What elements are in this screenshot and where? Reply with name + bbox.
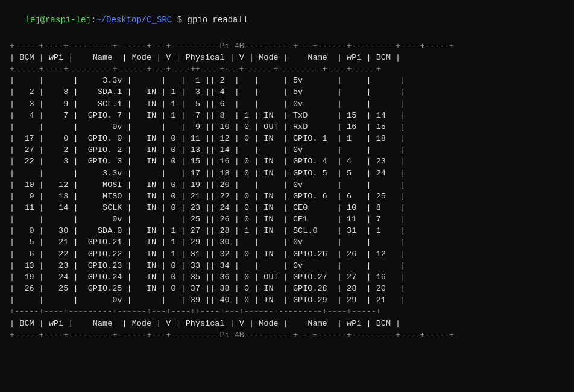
table-row: | 2 | 8 | SDA.1 | IN | 1 | 3 || 4 | | | … [5, 87, 405, 96]
footer-col-header: | BCM | wPi | Name | Mode | V | Physical… [5, 319, 400, 328]
header-separator: +-----+----+---------+------+---+----++-… [5, 65, 381, 74]
dollar: $ [172, 15, 182, 25]
table-row: | 3 | 9 | SCL.1 | IN | 1 | 5 || 6 | | | … [5, 100, 405, 109]
table-output: +-----+----+---------+------+---+-------… [0, 40, 574, 341]
table-row: | 4 | 7 | GPIO. 7 | IN | 1 | 7 || 8 | 1 … [5, 111, 405, 120]
path: ~/Desktop/C_SRC [96, 15, 172, 25]
bottom-separator: +-----+----+---------+------+---+----++-… [5, 307, 381, 316]
top-separator: +-----+----+---------+------+---+-------… [5, 42, 454, 51]
command: gpio readall [182, 15, 248, 25]
table-row: | | | 0v | | | 25 || 26 | 0 | IN | CE1 |… [5, 215, 405, 224]
prompt-separator: : [91, 15, 96, 25]
table-row: | 19 | 24 | GPIO.24 | IN | 0 | 35 || 36 … [5, 273, 405, 282]
table-row: | 9 | 13 | MISO | IN | 0 | 21 || 22 | 0 … [5, 192, 405, 201]
table-row: | 13 | 23 | GPIO.23 | IN | 0 | 33 || 34 … [5, 261, 405, 270]
bottom-pi-line: +-----+----+---------+------+---+-------… [5, 330, 454, 340]
col-header: | BCM | wPi | Name | Mode | V | Physical… [5, 53, 400, 62]
table-row: | 0 | 30 | SDA.0 | IN | 1 | 27 || 28 | 1… [5, 226, 405, 235]
table-row: | 5 | 21 | GPIO.21 | IN | 1 | 29 || 30 |… [5, 238, 405, 247]
table-row: | | | 3.3v | | | 1 || 2 | | | 5v | | | [5, 76, 405, 85]
table-row: | 22 | 3 | GPIO. 3 | IN | 0 | 15 || 16 |… [5, 157, 405, 166]
table-row: | 10 | 12 | MOSI | IN | 0 | 19 || 20 | |… [5, 180, 405, 189]
table-row: | | | 0v | | | 39 || 40 | 0 | IN | GPIO.… [5, 296, 405, 305]
table-row: | 6 | 22 | GPIO.22 | IN | 1 | 31 || 32 |… [5, 250, 405, 259]
prompt-line: lej@raspi-lej:~/Desktop/C_SRC $ gpio rea… [0, 0, 574, 40]
user-host: lej@raspi-lej [25, 15, 91, 25]
table-row: | 11 | 14 | SCLK | IN | 0 | 23 || 24 | 0… [5, 203, 405, 212]
terminal: lej@raspi-lej:~/Desktop/C_SRC $ gpio rea… [0, 0, 574, 392]
table-row: | 27 | 2 | GPIO. 2 | IN | 0 | 13 || 14 |… [5, 145, 405, 154]
table-row: | 26 | 25 | GPIO.25 | IN | 0 | 37 || 38 … [5, 284, 405, 293]
table-row: | | | 3.3v | | | 17 || 18 | 0 | IN | GPI… [5, 169, 405, 178]
table-row: | 17 | 0 | GPIO. 0 | IN | 0 | 11 || 12 |… [5, 134, 405, 143]
table-row: | | | 0v | | | 9 || 10 | 0 | OUT | RxD |… [5, 122, 405, 131]
